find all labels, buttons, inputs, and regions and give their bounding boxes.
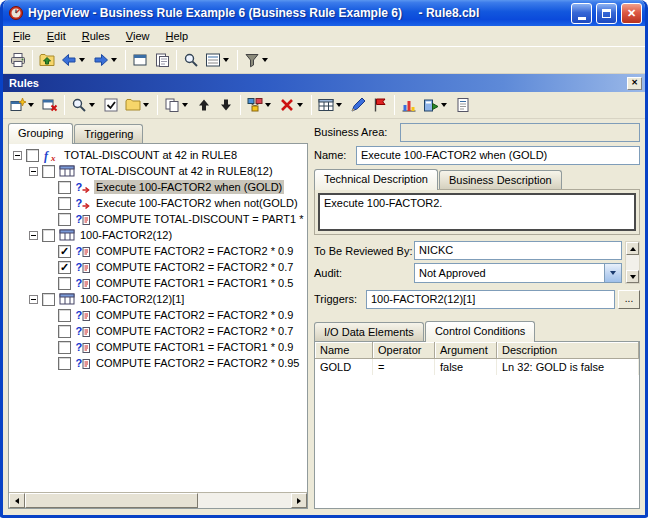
menu-edit[interactable]: Edit (39, 28, 74, 45)
scroll-down-button[interactable] (626, 270, 639, 283)
tree-item[interactable]: ?COMPUTE FACTOR1 = FACTOR1 * 0.9 (12, 339, 307, 355)
tab-control-conditions[interactable]: Control Conditions (425, 321, 536, 342)
delete-x-button[interactable] (276, 94, 308, 116)
column-header-operator[interactable]: Operator (373, 342, 435, 359)
tree-item[interactable]: ?COMPUTE FACTOR2 = FACTOR2 * 0.9 (12, 307, 307, 323)
tree-horizontal-scrollbar[interactable] (9, 492, 307, 508)
name-field[interactable]: Execute 100-FACTOR2 when (GOLD) (356, 146, 640, 165)
reviewed-by-field[interactable]: NICKC (414, 241, 622, 260)
maximize-button[interactable] (596, 3, 617, 24)
tree-checkbox[interactable] (42, 229, 55, 242)
tree-item[interactable]: ?COMPUTE FACTOR1 = FACTOR1 * 0.5 (12, 275, 307, 291)
tree-checkbox[interactable] (58, 309, 71, 322)
forward-dropdown-arrow[interactable] (109, 49, 119, 71)
tree-checkbox[interactable] (58, 197, 71, 210)
triggering-button[interactable] (244, 94, 276, 116)
scroll-left-button[interactable] (9, 493, 25, 508)
search-rules-dropdown-arrow[interactable] (87, 94, 97, 116)
tree-checkbox[interactable] (58, 213, 71, 226)
tree-item[interactable]: fxTOTAL-DISCOUNT at 42 in RULE8 (12, 147, 307, 163)
triggering-dropdown-arrow[interactable] (263, 94, 273, 116)
folder-button[interactable] (122, 94, 154, 116)
tab-grouping[interactable]: Grouping (8, 123, 73, 144)
minimize-button[interactable] (571, 3, 592, 24)
expander-icon[interactable] (29, 167, 38, 176)
new-rule-dropdown-arrow[interactable] (26, 94, 36, 116)
menu-view[interactable]: View (118, 28, 158, 45)
printer-button[interactable] (7, 49, 29, 71)
fields-vertical-scrollbar[interactable] (625, 241, 640, 284)
expander-icon[interactable] (13, 151, 22, 160)
close-button[interactable]: ✕ (621, 3, 642, 24)
menu-help[interactable]: Help (158, 28, 197, 45)
filter-dropdown-arrow[interactable] (260, 49, 270, 71)
validate-button[interactable] (100, 94, 122, 116)
tree-checkbox[interactable] (58, 277, 71, 290)
panel-close-button[interactable]: ✕ (627, 77, 642, 90)
tab-triggering[interactable]: Triggering (74, 124, 143, 143)
copy-button[interactable] (161, 94, 193, 116)
scroll-up-button[interactable] (626, 242, 639, 255)
delete-x-dropdown-arrow[interactable] (295, 94, 305, 116)
tree-checkbox[interactable] (58, 357, 71, 370)
expander-icon[interactable] (29, 231, 38, 240)
list-view-button[interactable] (202, 49, 234, 71)
back-button[interactable] (58, 49, 90, 71)
audit-dropdown-button[interactable] (604, 264, 621, 282)
search-rules-button[interactable] (68, 94, 100, 116)
report-button[interactable] (452, 94, 474, 116)
folder-dropdown-arrow[interactable] (141, 94, 151, 116)
menu-rules[interactable]: Rules (74, 28, 118, 45)
back-dropdown-arrow[interactable] (77, 49, 87, 71)
new-rule-button[interactable] (7, 94, 39, 116)
scroll-track[interactable] (25, 493, 291, 508)
scroll-thumb[interactable] (25, 493, 198, 508)
tree-checkbox[interactable]: ✓ (58, 261, 71, 274)
tree-item[interactable]: ✓?COMPUTE FACTOR2 = FACTOR2 * 0.7 (12, 259, 307, 275)
copy-dropdown-arrow[interactable] (180, 94, 190, 116)
expander-icon[interactable] (29, 295, 38, 304)
flag-button[interactable] (369, 94, 391, 116)
triggers-browse-button[interactable]: ... (618, 290, 640, 309)
tree-item[interactable]: 100-FACTOR2(12) (12, 227, 307, 243)
table-row[interactable]: GOLD=falseLn 32: GOLD is false (315, 359, 639, 375)
export-button[interactable] (420, 94, 452, 116)
triggers-field[interactable]: 100-FACTOR2(12)[1] (366, 290, 615, 309)
move-up-button[interactable] (193, 94, 215, 116)
scroll-right-button[interactable] (291, 493, 307, 508)
tree-checkbox[interactable] (42, 165, 55, 178)
tree-item[interactable]: ?COMPUTE FACTOR2 = FACTOR2 * 0.7 (12, 323, 307, 339)
forward-button[interactable] (90, 49, 122, 71)
menu-file[interactable]: File (5, 28, 39, 45)
tree-item[interactable]: 100-FACTOR2(12)[1] (12, 291, 307, 307)
tree-checkbox[interactable] (58, 341, 71, 354)
new-window-button[interactable] (129, 49, 151, 71)
tree-checkbox[interactable] (58, 181, 71, 194)
tree-checkbox[interactable] (58, 325, 71, 338)
column-header-description[interactable]: Description (497, 342, 639, 359)
chart-button[interactable] (398, 94, 420, 116)
pen-button[interactable] (347, 94, 369, 116)
tree-item[interactable]: TOTAL-DISCOUNT at 42 in RULE8(12) (12, 163, 307, 179)
tree-item[interactable]: ✓?COMPUTE FACTOR2 = FACTOR2 * 0.9 (12, 243, 307, 259)
delete-rule-button[interactable] (39, 94, 61, 116)
tree-item[interactable]: ?COMPUTE TOTAL-DISCOUNT = PART1 * (12, 211, 307, 227)
column-header-name[interactable]: Name (315, 342, 373, 359)
tab-i-o-data-elements[interactable]: I/O Data Elements (314, 322, 424, 341)
column-header-argument[interactable]: Argument (435, 342, 497, 359)
grid-dropdown-arrow[interactable] (334, 94, 344, 116)
tab-business-description[interactable]: Business Description (439, 170, 562, 189)
move-down-button[interactable] (215, 94, 237, 116)
tab-technical-description[interactable]: Technical Description (314, 169, 438, 190)
tree-item[interactable]: ?COMPUTE FACTOR2 = FACTOR2 * 0.95 (12, 355, 307, 371)
grid-button[interactable] (315, 94, 347, 116)
search-button[interactable] (180, 49, 202, 71)
tree-checkbox[interactable]: ✓ (58, 245, 71, 258)
titlebar[interactable]: HyperView - Business Rule Example 6 (Bus… (3, 0, 645, 26)
folder-up-button[interactable] (36, 49, 58, 71)
tree-checkbox[interactable] (42, 293, 55, 306)
audit-dropdown[interactable]: Not Approved (414, 263, 622, 283)
tree-item[interactable]: ?Execute 100-FACTOR2 when not(GOLD) (12, 195, 307, 211)
technical-description-field[interactable]: Execute 100-FACTOR2. (318, 193, 636, 231)
filter-button[interactable] (241, 49, 273, 71)
